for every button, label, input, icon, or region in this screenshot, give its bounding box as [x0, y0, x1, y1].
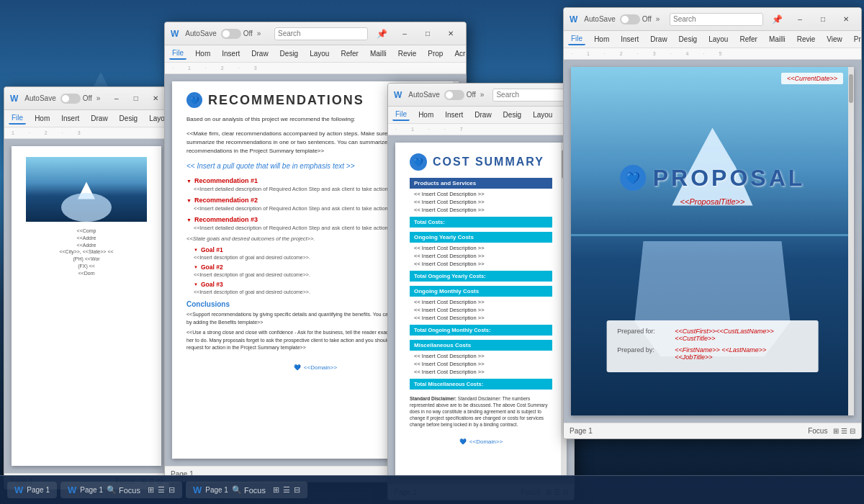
ribbon-tab-file-4[interactable]: File — [568, 33, 585, 45]
address-block-1: <<Comp <<Addre <<Addre <<City>>, <<State… — [26, 228, 147, 277]
cost-total-3: Total Ongoing Monthly Costs: — [410, 325, 552, 336]
cost-header: 💙 COST SUMMARY — [410, 153, 552, 171]
scrollbar-4[interactable] — [848, 67, 854, 415]
pin-btn-4[interactable]: 📌 — [768, 13, 786, 26]
taskbar-item-1[interactable]: W Page 1 — [7, 482, 57, 498]
taskbar: W Page 1 W Page 1 🔍Focus ⊞☰⊟ W Page 1 🔍F… — [0, 475, 864, 504]
expand-icon-1[interactable]: » — [96, 94, 101, 102]
cost-section-header-1: Products and Services — [410, 178, 552, 189]
ribbon-tab-insert-1[interactable]: Insert — [58, 113, 82, 124]
taskbar-w-icon-1: W — [14, 485, 23, 495]
prepared-by-label: Prepared by: — [617, 346, 667, 354]
cost-item-2-3: << Insert Cost Description >> — [410, 260, 552, 268]
cost-item-3-2: << Insert Cost Description >> — [410, 306, 552, 314]
taskbar-item-2[interactable]: W Page 1 🔍Focus ⊞☰⊟ — [60, 482, 182, 498]
maximize-btn-1[interactable]: □ — [128, 92, 143, 105]
ribbon-4: File Hom Insert Draw Desig Layou Refer M… — [564, 31, 861, 48]
view-icons-4[interactable]: ⊞ ☰ ⊟ — [833, 427, 855, 435]
cost-disclaimer: Standard Disclaimer: Standard Disclaimer… — [410, 395, 552, 428]
prepared-for-row: Prepared for: <<CustFirst>><<CustLastNam… — [617, 328, 808, 342]
taskbar-view-icons-2[interactable]: ⊞☰⊟ — [148, 485, 175, 495]
pin-btn-2[interactable]: 📌 — [372, 27, 391, 40]
ruler-2: ·1·2·3 — [165, 63, 466, 74]
taskbar-focus-3[interactable]: 🔍Focus — [232, 485, 266, 495]
word-logo-1: W — [10, 94, 18, 104]
search-input-3[interactable] — [492, 89, 575, 102]
cost-item-1-1: << Insert Cost Description >> — [410, 190, 552, 198]
cost-item-4-3: << Insert Cost Description >> — [410, 368, 552, 376]
cost-section-header-4: Miscellaneous Costs — [410, 340, 552, 351]
word-window-3: W AutoSave Off » – □ ✕ File Hom Insert D… — [387, 83, 575, 500]
win3-footer: 💙<<Domain>> — [410, 433, 552, 446]
doc-content-3: 💙 COST SUMMARY Products and Services << … — [388, 135, 574, 484]
close-btn-1[interactable]: ✕ — [148, 92, 163, 105]
word-window-1: W AutoSave Off » – □ ✕ File Hom Insert D… — [4, 86, 169, 490]
ribbon-tab-design-1[interactable]: Desig — [117, 113, 141, 124]
autosave-label-3: AutoSave — [408, 91, 439, 99]
cost-total-2: Total Ongoing Yearly Costs: — [410, 271, 552, 282]
taskbar-page-3: Page 1 — [205, 486, 228, 494]
ruler-3: ·1··7 — [388, 124, 574, 135]
search-input-4[interactable] — [670, 13, 763, 26]
focus-indicator-4[interactable]: Focus — [808, 427, 827, 435]
minimize-btn-2[interactable]: – — [395, 27, 414, 40]
taskbar-w-icon-2: W — [68, 485, 76, 495]
taskbar-focus-2[interactable]: 🔍Focus — [107, 485, 140, 495]
cost-title: COST SUMMARY — [433, 156, 544, 168]
proposal-logo-row: 💙 PROPOSAL — [585, 165, 840, 192]
taskbar-page-1: Page 1 — [27, 486, 50, 494]
cost-item-2-2: << Insert Cost Description >> — [410, 252, 552, 260]
ribbon-tab-home-1[interactable]: Hom — [32, 113, 53, 124]
cost-total-1: Total Costs: — [410, 217, 552, 228]
proposal-cover-bg: <<CurrentDate>> 💙 PROPOSAL <<ProposalTit… — [571, 67, 854, 415]
word-logo-3: W — [394, 90, 402, 100]
water-line — [571, 234, 854, 236]
maximize-btn-4[interactable]: □ — [814, 13, 832, 26]
proposal-logo-icon: 💙 — [620, 165, 646, 191]
word-logo-2: W — [171, 29, 179, 39]
ribbon-tab-file-3[interactable]: File — [392, 109, 410, 121]
ruler-4: ·1·2·3·4·5 — [564, 48, 861, 60]
autosave-toggle-3[interactable]: Off — [444, 90, 476, 100]
proposal-doc-content: <<CurrentDate>> 💙 PROPOSAL <<ProposalTit… — [564, 60, 861, 423]
cost-item-4-2: << Insert Cost Description >> — [410, 360, 552, 368]
expand-icon-2[interactable]: » — [257, 30, 261, 37]
cost-items-1: << Insert Cost Description >> << Insert … — [410, 190, 552, 214]
ruler-1: 1·2·3 — [4, 127, 168, 139]
taskbar-w-icon-3: W — [193, 485, 202, 495]
autosave-toggle-4[interactable]: Off — [620, 14, 652, 24]
close-btn-4[interactable]: ✕ — [837, 13, 855, 26]
cost-item-1-2: << Insert Cost Description >> — [410, 198, 552, 206]
title-bar-3: W AutoSave Off » – □ ✕ — [388, 84, 574, 107]
expand-icon-3[interactable]: » — [480, 91, 485, 99]
word-window-4: W AutoSave Off » 📌 – □ ✕ File Hom Insert… — [563, 7, 862, 439]
cost-item-3-3: << Insert Cost Description >> — [410, 314, 552, 322]
cost-section-header-3: Ongoing Monthly Costs — [410, 286, 552, 297]
search-input-2[interactable] — [274, 27, 368, 40]
ribbon-2: File Hom Insert Draw Desig Layou Refer M… — [165, 45, 466, 63]
page-3: 💙 COST SUMMARY Products and Services << … — [395, 143, 567, 477]
maximize-btn-2[interactable]: □ — [418, 27, 437, 40]
taskbar-item-3[interactable]: W Page 1 🔍Focus ⊞☰⊟ — [186, 482, 307, 498]
doc-content-1: <<Comp <<Addre <<Addre <<City>>, <<State… — [4, 139, 168, 473]
minimize-btn-1[interactable]: – — [109, 92, 124, 105]
autosave-label-4: AutoSave — [584, 15, 615, 23]
ribbon-tab-file-2[interactable]: File — [169, 48, 186, 60]
expand-icon-4[interactable]: » — [656, 15, 660, 23]
minimize-btn-4[interactable]: – — [791, 13, 809, 26]
autosave-toggle-1[interactable]: Off — [60, 94, 92, 104]
ribbon-3: File Hom Insert Draw Desig Layou Refer M… — [388, 107, 574, 124]
close-btn-2[interactable]: ✕ — [441, 27, 460, 40]
proposal-info-box: Prepared for: <<CustFirst>><<CustLastNam… — [606, 320, 819, 372]
autosave-toggle-2[interactable]: Off — [221, 29, 253, 39]
cost-item-2-1: << Insert Cost Description >> — [410, 244, 552, 252]
proposal-title-box: 💙 PROPOSAL <<ProposalTitle>> — [585, 165, 840, 206]
rec-title: RECOMMENDATIONS — [208, 93, 364, 108]
taskbar-view-icons-3[interactable]: ⊞☰⊟ — [273, 485, 300, 495]
ribbon-tab-file-1[interactable]: File — [9, 112, 26, 125]
ribbon-tab-draw-1[interactable]: Draw — [88, 113, 110, 124]
cost-items-4: << Insert Cost Description >> << Insert … — [410, 352, 552, 376]
cost-item-3-1: << Insert Cost Description >> — [410, 298, 552, 306]
prepared-for-value: <<CustFirst>><<CustLastName>><<CustTitle… — [675, 328, 774, 342]
ribbon-1: File Hom Insert Draw Desig Layou Refer M… — [4, 110, 168, 127]
